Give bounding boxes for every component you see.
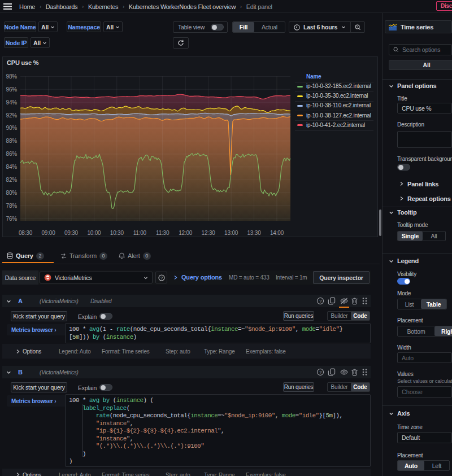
svg-text:12:00: 12:00: [179, 230, 193, 236]
svg-text:14:00: 14:00: [270, 230, 284, 236]
svg-text:84%: 84%: [6, 164, 18, 170]
svg-text:13:30: 13:30: [247, 230, 261, 236]
svg-text:92%: 92%: [6, 112, 18, 119]
svg-text:86%: 86%: [6, 151, 18, 157]
svg-text:98%: 98%: [6, 73, 18, 80]
svg-text:11:30: 11:30: [156, 230, 169, 236]
svg-text:10:30: 10:30: [110, 230, 124, 236]
svg-text:82%: 82%: [6, 177, 18, 183]
svg-text:10:00: 10:00: [87, 230, 101, 236]
svg-text:12:30: 12:30: [202, 230, 216, 236]
svg-text:80%: 80%: [6, 190, 18, 196]
svg-text:11:00: 11:00: [133, 230, 147, 236]
svg-text:90%: 90%: [6, 125, 18, 131]
svg-text:08:30: 08:30: [19, 230, 33, 236]
svg-text:?: ?: [319, 370, 322, 375]
svg-text:76%: 76%: [6, 216, 18, 222]
svg-text:09:00: 09:00: [41, 230, 55, 236]
svg-text:88%: 88%: [6, 138, 18, 144]
svg-text:78%: 78%: [6, 203, 18, 209]
svg-text:13:00: 13:00: [224, 230, 238, 236]
svg-text:?: ?: [160, 275, 163, 280]
svg-text:96%: 96%: [6, 86, 18, 93]
svg-text:?: ?: [319, 299, 322, 304]
svg-text:09:30: 09:30: [64, 230, 79, 236]
svg-text:94%: 94%: [6, 99, 18, 106]
